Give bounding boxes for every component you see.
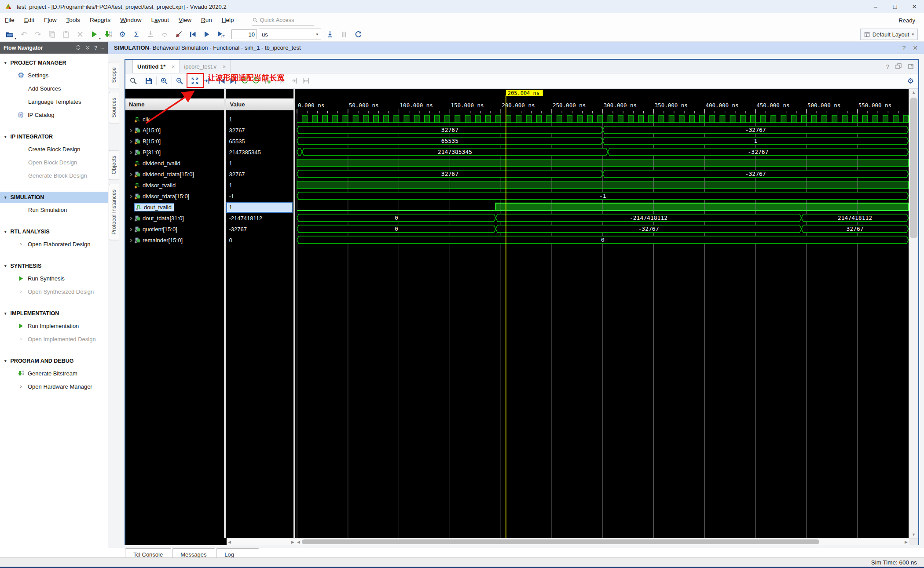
side-tab-objects[interactable]: Objects: [109, 150, 119, 180]
flow-item-open-synthesized-design[interactable]: ›Open Synthesized Design: [0, 285, 108, 298]
clear-breakpoints-button[interactable]: [172, 29, 185, 40]
scroll-down-icon[interactable]: ▼: [909, 531, 918, 538]
wave-settings-gear-icon[interactable]: ⚙: [907, 77, 914, 85]
time-unit-select[interactable]: us ▾: [259, 29, 321, 40]
flow-item-run-implementation[interactable]: Run Implementation: [0, 319, 108, 332]
menu-window[interactable]: Window: [115, 13, 146, 27]
signal-value-dout-tdata-31-0-[interactable]: -2147418112: [226, 213, 293, 224]
value-column-header[interactable]: Value: [226, 98, 293, 110]
side-tab-sources[interactable]: Sources: [109, 92, 119, 124]
expand-chevron-icon[interactable]: [128, 216, 134, 221]
gear-button[interactable]: ⚙: [116, 29, 129, 40]
flow-item-ip-catalog[interactable]: IPIP Catalog: [0, 108, 108, 121]
signal-value-dividend-tvalid[interactable]: 1: [226, 158, 293, 169]
scroll-right-icon[interactable]: ▶: [905, 540, 908, 544]
layout-selector[interactable]: Default Layout ▾: [860, 29, 918, 40]
next-transition-button[interactable]: [289, 76, 300, 86]
expand-chevron-icon[interactable]: [128, 238, 134, 243]
signal-value-divisor-tvalid[interactable]: 1: [226, 180, 293, 191]
flow-section-title[interactable]: ▾PROJECT MANAGER: [0, 57, 108, 69]
folder-open-button[interactable]: ▾: [3, 29, 16, 40]
signal-value-dout-tvalid[interactable]: 1: [226, 202, 293, 213]
menu-run[interactable]: Run: [196, 13, 217, 27]
close-view-icon[interactable]: ✕: [913, 44, 918, 51]
signal-row-b-15-0-[interactable]: B[15:0]: [125, 136, 224, 147]
scroll-up-icon[interactable]: ▲: [909, 89, 918, 96]
flow-item-settings[interactable]: ⚙Settings: [0, 69, 108, 82]
wave-scrollbar-thumb[interactable]: [302, 539, 819, 544]
scroll-right-icon[interactable]: ▶: [291, 540, 294, 544]
delete-button[interactable]: [73, 29, 87, 40]
redo-button[interactable]: ↷: [31, 29, 44, 40]
float-window-icon[interactable]: [895, 63, 902, 69]
help-icon[interactable]: ?: [902, 44, 906, 51]
scroll-left-icon[interactable]: ◀: [297, 540, 300, 544]
flow-item-create-block-design[interactable]: Create Block Design: [0, 142, 108, 156]
signal-row-dout-tdata-31-0-[interactable]: dout_tdata[31:0]: [125, 213, 224, 224]
scroll-left-icon[interactable]: ◀: [228, 540, 231, 544]
time-span-button[interactable]: [301, 76, 311, 86]
maximize-pane-icon[interactable]: [908, 63, 914, 69]
flow-section-title[interactable]: ▾SIMULATION: [0, 192, 108, 203]
menu-edit[interactable]: Edit: [19, 13, 39, 27]
flow-section-title[interactable]: ▾IMPLEMENTATION: [0, 308, 108, 319]
close-tab-icon[interactable]: ×: [223, 64, 226, 70]
signal-row-dividend-tdata-15-0-[interactable]: dividend_tdata[15:0]: [125, 169, 224, 180]
maximize-button[interactable]: □: [885, 0, 905, 13]
vertical-scrollbar-thumb[interactable]: [910, 98, 917, 238]
expand-chevron-icon[interactable]: [128, 194, 134, 199]
side-tab-protocol-instances[interactable]: Protocol Instances: [109, 184, 119, 240]
signal-row-quotient-15-0-[interactable]: quotient[15:0]: [125, 224, 224, 235]
flow-item-open-block-design[interactable]: Open Block Design: [0, 156, 108, 169]
signal-row-divisor-tvalid[interactable]: divisor_tvalid: [125, 180, 224, 191]
menu-layout[interactable]: Layout: [146, 13, 174, 27]
signal-value-quotient-15-0-[interactable]: -32767: [226, 224, 293, 235]
signal-row-dividend-tvalid[interactable]: dividend_tvalid: [125, 158, 224, 169]
flow-item-generate-block-design[interactable]: Generate Block Design: [0, 169, 108, 182]
minimize-panel-icon[interactable]: –: [101, 45, 104, 51]
signal-value-divisor-tdata-15-0-[interactable]: -1: [226, 191, 293, 202]
signal-row-divisor-tdata-15-0-[interactable]: divisor_tdata[15:0]: [125, 191, 224, 202]
flow-item-open-implemented-design[interactable]: ›Open Implemented Design: [0, 332, 108, 346]
run-all-button[interactable]: [200, 29, 213, 40]
signal-row-p-31-0-[interactable]: P[31:0]: [125, 147, 224, 158]
paste-button[interactable]: [59, 29, 73, 40]
menu-file[interactable]: File: [0, 13, 19, 27]
flow-item-run-simulation[interactable]: Run Simulation: [0, 203, 108, 216]
menu-view[interactable]: View: [174, 13, 196, 27]
step-over-button[interactable]: [158, 29, 171, 40]
run-time-input[interactable]: [231, 29, 257, 39]
signal-value-remainder-15-0-[interactable]: 0: [226, 235, 293, 246]
help-icon[interactable]: ?: [94, 45, 97, 51]
sigma-button[interactable]: Σ: [130, 29, 143, 40]
save-button[interactable]: [143, 76, 154, 86]
expand-chevron-icon[interactable]: [128, 227, 134, 232]
step-button[interactable]: [323, 29, 337, 40]
expand-all-icon[interactable]: [85, 45, 90, 50]
flow-item-generate-bitstream[interactable]: 0110Generate Bitstream: [0, 367, 108, 380]
vertical-scrollbar[interactable]: ▲ ▼: [909, 89, 918, 538]
flow-section-title[interactable]: ▾SYNTHESIS: [0, 260, 108, 272]
run-for-button[interactable]: (T): [214, 29, 227, 40]
close-tab-icon[interactable]: ×: [172, 64, 175, 70]
wave-horizontal-scrollbar[interactable]: ◀▶: [296, 538, 909, 545]
waveform-canvas[interactable]: 32767-327676553512147385345-3276732767-3…: [295, 89, 909, 538]
zoom-out-button[interactable]: [174, 76, 185, 86]
signal-row-remainder-15-0-[interactable]: remainder[15:0]: [125, 235, 224, 246]
close-button[interactable]: ✕: [905, 0, 924, 13]
minimize-button[interactable]: –: [866, 0, 885, 13]
side-tab-scope[interactable]: Scope: [109, 62, 119, 88]
zoom-in-button[interactable]: [159, 76, 169, 86]
copy-button[interactable]: [45, 29, 59, 40]
pause-button[interactable]: [337, 29, 351, 40]
document-tab-ipcore-test-v[interactable]: ipcore_test.v×: [180, 60, 231, 73]
expand-chevron-icon[interactable]: [128, 150, 134, 155]
menu-flow[interactable]: Flow: [39, 13, 62, 27]
run-button[interactable]: ▾: [88, 29, 101, 40]
document-tab-untitled-1-[interactable]: Untitled 1*×: [132, 60, 180, 73]
flow-item-add-sources[interactable]: Add Sources: [0, 82, 108, 95]
relaunch-button[interactable]: [352, 29, 365, 40]
collapse-all-icon[interactable]: [76, 45, 81, 50]
flow-item-language-templates[interactable]: Language Templates: [0, 95, 108, 108]
values-horizontal-scrollbar[interactable]: ◀▶: [227, 538, 296, 545]
